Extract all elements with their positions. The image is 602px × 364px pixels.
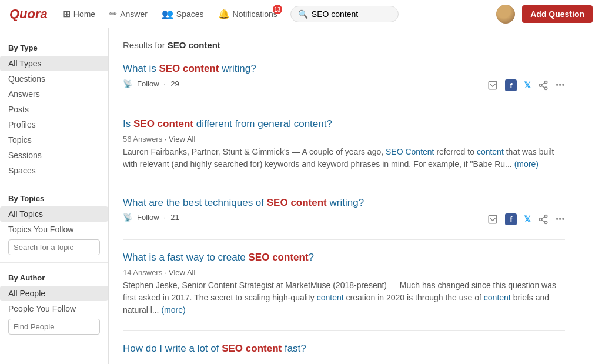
result-divider [123,239,565,240]
search-input[interactable] [312,9,391,19]
result-link[interactable]: Is SEO content different from general co… [123,117,565,131]
main-content: Results for SEO content What is SEO cont… [109,28,579,364]
result-excerpt: Lauren Fairbanks, Partner, Stunt & Gimmi… [123,146,565,171]
result-divider [123,330,565,331]
results-header: Results for SEO content [123,40,565,50]
downvote-icon[interactable] [487,80,498,91]
nav-home[interactable]: ⊞ Home [57,6,101,22]
follow-icon: 📡 [123,213,132,222]
view-all-link[interactable]: View All [169,268,195,277]
sidebar-item-spaces[interactable]: Spaces [0,163,108,178]
share-icon[interactable] [538,214,549,225]
sidebar-item-profiles[interactable]: Profiles [0,117,108,132]
add-question-button[interactable]: Add Question [522,5,593,23]
twitter-share-icon[interactable]: 𝕏 [524,80,531,91]
svg-rect-0 [489,82,497,90]
follow-label[interactable]: Follow [137,213,159,222]
more-options-icon[interactable]: ••• [556,81,565,89]
nav-answer[interactable]: ✏ Answer [103,6,153,22]
facebook-share-icon[interactable]: f [505,79,517,91]
by-author-title: By Author [0,268,108,286]
sidebar-item-sessions[interactable]: Sessions [0,148,108,163]
divider-2 [0,262,108,263]
edit-icon: ✏ [109,8,117,19]
svg-point-9 [545,221,548,224]
spaces-icon: 👥 [162,8,173,19]
avatar-image [496,5,515,24]
svg-point-7 [545,215,548,218]
notification-badge: 13 [273,5,282,14]
result-divider [123,106,565,106]
divider-1 [0,183,108,183]
result-meta-row: 📡 Follow · 21 f 𝕏 ••• [123,213,565,225]
svg-rect-6 [489,215,497,223]
sidebar-item-all-types[interactable]: All Types [0,56,108,71]
result-item: What is a fast way to create SEO content… [123,248,565,322]
result-divider [123,185,565,185]
more-link[interactable]: (more) [161,305,185,315]
answers-meta: 14 Answers · View All [123,268,565,277]
search-bar[interactable]: 🔍 [290,6,399,22]
svg-point-2 [540,84,543,87]
by-topics-title: By Topics [0,188,108,206]
people-search-input[interactable] [8,319,100,335]
follow-label[interactable]: Follow [137,79,159,88]
avatar[interactable] [496,5,515,24]
svg-point-3 [545,87,548,90]
svg-line-10 [542,220,545,222]
more-options-icon[interactable]: ••• [556,215,565,223]
share-icon[interactable] [538,80,549,91]
twitter-share-icon[interactable]: 𝕏 [524,214,531,225]
sidebar-item-questions[interactable]: Questions [0,71,108,86]
nav-notifications[interactable]: 🔔 Notifications 13 [212,6,283,22]
logo[interactable]: Quora [9,6,48,22]
follow-count: 21 [170,213,179,222]
by-type-title: By Type [0,38,108,56]
nav-spaces[interactable]: 👥 Spaces [156,6,210,22]
result-item: What are the best techniques of SEO cont… [123,193,565,232]
result-actions: f 𝕏 ••• [487,79,565,91]
sidebar-item-topics[interactable]: Topics [0,132,108,148]
follow-count: 29 [170,79,179,88]
result-link[interactable]: What are the best techniques of SEO cont… [123,196,565,210]
sidebar-item-people-you-follow[interactable]: People You Follow [0,301,108,316]
result-link[interactable]: What is SEO content writing? [123,62,565,76]
home-icon: ⊞ [63,8,71,19]
answers-meta: 56 Answers · View All [123,135,565,143]
sidebar-item-answers[interactable]: Answers [0,86,108,102]
svg-line-11 [542,217,545,219]
result-link[interactable]: How do I write a lot of SEO content fast… [123,342,565,356]
result-item: Is SEO content different from general co… [123,115,565,176]
svg-point-8 [540,218,543,221]
sidebar-item-posts[interactable]: Posts [0,102,108,117]
result-link[interactable]: What is a fast way to create SEO content… [123,251,565,265]
svg-line-5 [542,83,545,85]
result-item: What is SEO content writing? 📡 Follow · … [123,59,565,98]
result-meta: 📡 Follow · 21 [123,213,179,222]
result-meta: 📡 Follow · 29 [123,79,179,88]
view-all-link[interactable]: View All [169,135,195,143]
facebook-share-icon[interactable]: f [505,213,517,225]
page-body: By Type All Types Questions Answers Post… [0,28,602,364]
follow-icon: 📡 [123,79,132,88]
sidebar-item-all-topics[interactable]: All Topics [0,206,108,222]
sidebar: By Type All Types Questions Answers Post… [0,28,109,364]
sidebar-item-topics-you-follow[interactable]: Topics You Follow [0,222,108,237]
result-actions: f 𝕏 ••• [487,213,565,225]
result-meta-row: 📡 Follow · 29 f 𝕏 ••• [123,79,565,92]
search-icon: 🔍 [298,9,308,19]
sidebar-item-all-people[interactable]: All People [0,286,108,301]
topic-search-input[interactable] [8,239,100,255]
result-item: How do I write a lot of SEO content fast… [123,339,565,364]
header: Quora ⊞ Home ✏ Answer 👥 Spaces 🔔 Notific… [0,0,602,28]
more-link[interactable]: (more) [514,159,539,169]
svg-point-1 [545,81,548,84]
downvote-icon[interactable] [487,214,498,225]
result-excerpt: Stephen Jeske, Senior Content Strategist… [123,279,565,316]
bell-icon: 🔔 [218,8,230,19]
svg-line-4 [542,86,545,88]
